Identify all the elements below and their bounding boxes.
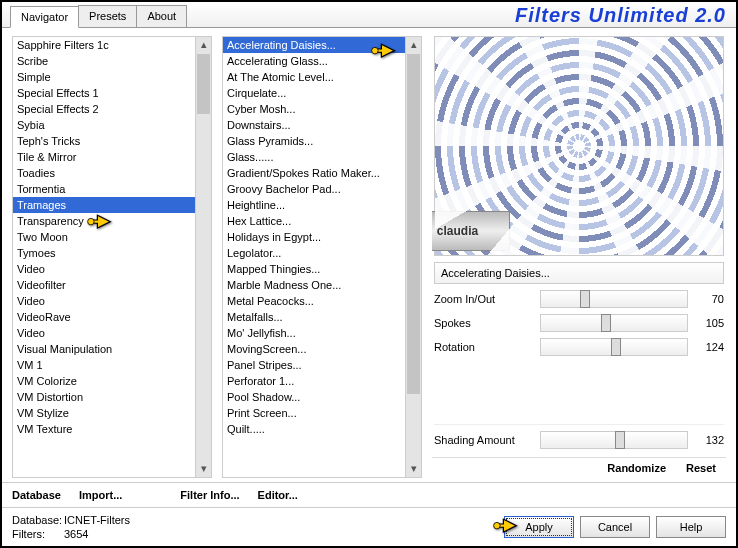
shading-slider[interactable] <box>540 431 688 449</box>
randomize-button[interactable]: Randomize <box>607 462 666 474</box>
list-item[interactable]: Glass Pyramids... <box>223 133 405 149</box>
list-item[interactable]: Transparency <box>13 213 195 229</box>
shading-value: 132 <box>694 434 724 446</box>
list-item[interactable]: Gradient/Spokes Ratio Maker... <box>223 165 405 181</box>
list-item[interactable]: Quilt..... <box>223 421 405 437</box>
filters-label: Filters: <box>12 528 64 540</box>
list-item[interactable]: VM Stylize <box>13 405 195 421</box>
list-item[interactable]: Accelerating Daisies... <box>223 37 405 53</box>
list-item[interactable]: VideoRave <box>13 309 195 325</box>
list-item[interactable]: Cyber Mosh... <box>223 101 405 117</box>
tab-about[interactable]: About <box>136 5 187 27</box>
tab-presets[interactable]: Presets <box>78 5 137 27</box>
filter-list[interactable]: Accelerating Daisies...Accelerating Glas… <box>222 36 406 478</box>
list-item[interactable]: Special Effects 1 <box>13 85 195 101</box>
category-list[interactable]: Sapphire Filters 1cScribeSimpleSpecial E… <box>12 36 196 478</box>
list-item[interactable]: Tymoes <box>13 245 195 261</box>
slider-value: 124 <box>694 341 724 353</box>
list-item[interactable]: Tramages <box>13 197 195 213</box>
list-item[interactable]: VM Texture <box>13 421 195 437</box>
list-item[interactable]: Metal Peacocks... <box>223 293 405 309</box>
list-item[interactable]: Two Moon <box>13 229 195 245</box>
list-item[interactable]: Video <box>13 261 195 277</box>
list-item[interactable]: Legolator... <box>223 245 405 261</box>
slider-value: 70 <box>694 293 724 305</box>
list-item[interactable]: Print Screen... <box>223 405 405 421</box>
slider-value: 105 <box>694 317 724 329</box>
current-filter-label: Accelerating Daisies... <box>434 262 724 284</box>
list-item[interactable]: Mo' Jellyfish... <box>223 325 405 341</box>
watermark: claudia <box>432 211 510 251</box>
slider-label: Zoom In/Out <box>434 293 534 305</box>
list-item[interactable]: Sybia <box>13 117 195 133</box>
cancel-button[interactable]: Cancel <box>580 516 650 538</box>
list-item[interactable]: Panel Stripes... <box>223 357 405 373</box>
list-item[interactable]: Video <box>13 293 195 309</box>
list-item[interactable]: Teph's Tricks <box>13 133 195 149</box>
list-item[interactable]: Pool Shadow... <box>223 389 405 405</box>
scrollbar-list2[interactable]: ▴▾ <box>406 36 422 478</box>
list-item[interactable]: Metalfalls... <box>223 309 405 325</box>
list-item[interactable]: Groovy Bachelor Pad... <box>223 181 405 197</box>
filter-info-button[interactable]: Filter Info... <box>180 489 239 501</box>
list-item[interactable]: Heightline... <box>223 197 405 213</box>
list-item[interactable]: Hex Lattice... <box>223 213 405 229</box>
list-item[interactable]: Marble Madness One... <box>223 277 405 293</box>
app-title: Filters Unlimited 2.0 <box>515 4 726 27</box>
list-item[interactable]: Tormentia <box>13 181 195 197</box>
preview-image: claudia <box>434 36 724 256</box>
database-button[interactable]: Database <box>12 489 61 501</box>
scrollbar-list1[interactable]: ▴▾ <box>196 36 212 478</box>
list-item[interactable]: Glass...... <box>223 149 405 165</box>
list-item[interactable]: Perforator 1... <box>223 373 405 389</box>
list-item[interactable]: Special Effects 2 <box>13 101 195 117</box>
list-item[interactable]: Video <box>13 325 195 341</box>
db-value: ICNET-Filters <box>64 514 130 526</box>
import-button[interactable]: Import... <box>79 489 122 501</box>
help-button[interactable]: Help <box>656 516 726 538</box>
list-item[interactable]: Toadies <box>13 165 195 181</box>
list-item[interactable]: Holidays in Egypt... <box>223 229 405 245</box>
filters-value: 3654 <box>64 528 88 540</box>
list-item[interactable]: VM Colorize <box>13 373 195 389</box>
editor-button[interactable]: Editor... <box>258 489 298 501</box>
list-item[interactable]: Mapped Thingies... <box>223 261 405 277</box>
list-item[interactable]: Videofilter <box>13 277 195 293</box>
slider-label: Rotation <box>434 341 534 353</box>
list-item[interactable]: Downstairs... <box>223 117 405 133</box>
slider[interactable] <box>540 290 688 308</box>
tab-navigator[interactable]: Navigator <box>10 6 79 28</box>
apply-button[interactable]: Apply <box>504 516 574 538</box>
list-item[interactable]: Cirquelate... <box>223 85 405 101</box>
list-item[interactable]: Accelerating Glass... <box>223 53 405 69</box>
shading-label: Shading Amount <box>434 434 534 446</box>
list-item[interactable]: Scribe <box>13 53 195 69</box>
list-item[interactable]: Tile & Mirror <box>13 149 195 165</box>
db-label: Database: <box>12 514 64 526</box>
slider[interactable] <box>540 314 688 332</box>
list-item[interactable]: VM Distortion <box>13 389 195 405</box>
list-item[interactable]: Sapphire Filters 1c <box>13 37 195 53</box>
list-item[interactable]: Visual Manipulation <box>13 341 195 357</box>
list-item[interactable]: Simple <box>13 69 195 85</box>
list-item[interactable]: VM 1 <box>13 357 195 373</box>
slider[interactable] <box>540 338 688 356</box>
list-item[interactable]: At The Atomic Level... <box>223 69 405 85</box>
list-item[interactable]: MovingScreen... <box>223 341 405 357</box>
slider-label: Spokes <box>434 317 534 329</box>
reset-button[interactable]: Reset <box>686 462 716 474</box>
svg-point-2 <box>494 522 501 529</box>
